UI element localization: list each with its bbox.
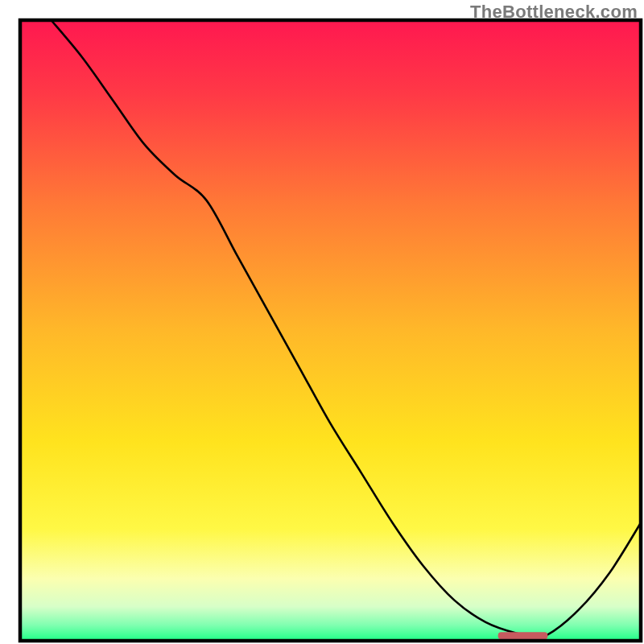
optimal-marker <box>498 632 548 639</box>
watermark-text: TheBottleneck.com <box>470 2 638 23</box>
gradient-background <box>20 20 641 641</box>
bottleneck-chart <box>0 0 644 644</box>
chart-container: TheBottleneck.com <box>0 0 644 644</box>
